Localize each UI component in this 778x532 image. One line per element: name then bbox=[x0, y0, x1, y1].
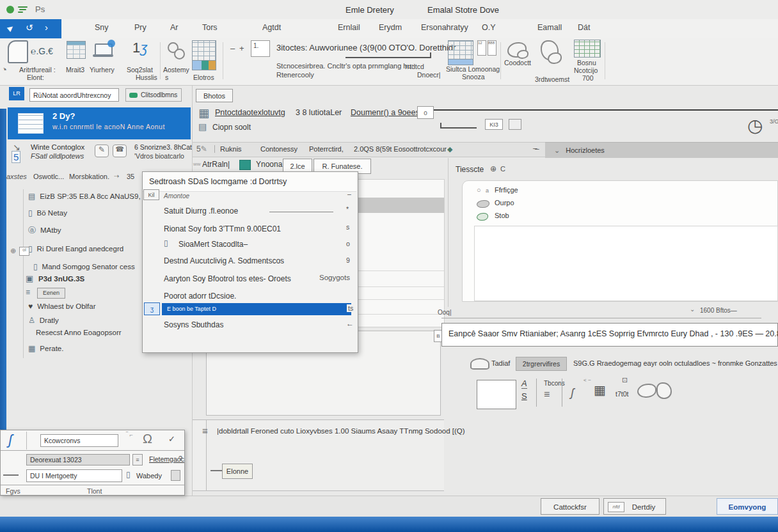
people-icon-2[interactable] bbox=[174, 49, 185, 59]
folder-item-0[interactable]: ▤EizB SP:35 E8.A 8cc ANaUS9, bbox=[28, 192, 141, 201]
menu-item-2[interactable]: Rionat Soy forb 3'TTmn 9.00EC01 bbox=[164, 224, 281, 233]
folder-item-9[interactable]: Resecst Anno Eoagopsorr bbox=[36, 329, 122, 336]
tab-tors[interactable]: Tors bbox=[202, 23, 218, 32]
folder-item-1[interactable]: ▯Bö Netay bbox=[28, 208, 67, 217]
check-icon[interactable]: ✓ bbox=[168, 434, 175, 444]
clock-icon[interactable]: ◷ bbox=[747, 115, 763, 136]
folder-item-5[interactable]: P3d 3nUG.3S bbox=[38, 275, 84, 283]
filter-rest[interactable]: 2.0QS 8(59t Eosoottrotcxcour bbox=[354, 145, 447, 153]
menu-item-1[interactable]: Satuit Diurrg .fl.eonoe bbox=[164, 207, 238, 215]
recipient-item-1[interactable]: Ourpo bbox=[495, 199, 514, 207]
undo-icon[interactable]: ↺ bbox=[26, 22, 33, 33]
schedule-grid-icon[interactable] bbox=[448, 40, 473, 59]
redo-icon[interactable]: › bbox=[45, 22, 48, 33]
ribbon-btn-bosnu[interactable]: Bosnu bbox=[577, 59, 596, 66]
tab-pry[interactable]: Pry bbox=[134, 23, 147, 32]
folder-item-6-button[interactable]: Eenen bbox=[37, 288, 65, 299]
copy-icon[interactable]: ▤ bbox=[198, 121, 207, 132]
pencil-icon[interactable]: ✎ bbox=[95, 145, 109, 157]
tab-sny[interactable]: Sny bbox=[95, 23, 109, 32]
folder-item-3[interactable]: ▯Ri Durel Eangd anedcegrd bbox=[28, 244, 123, 253]
minus-icon[interactable]: – bbox=[230, 43, 235, 53]
ribbon-btn-yiurhery[interactable]: Yiurhery bbox=[90, 66, 115, 74]
photos-tab[interactable]: Bhotos bbox=[196, 89, 233, 102]
cattockfsr-button[interactable]: Cattockfsr bbox=[541, 498, 599, 515]
signature-doodle-icon[interactable]: ʃ bbox=[571, 386, 574, 400]
grid-toolbar-icon[interactable]: ▦ bbox=[198, 106, 209, 120]
help-mark[interactable]: ? bbox=[179, 455, 182, 462]
row-2-box[interactable] bbox=[171, 470, 180, 481]
filter-poterrctird[interactable]: Poterrctird, bbox=[309, 145, 344, 153]
mail-list[interactable] bbox=[357, 179, 445, 327]
tab-ernlail[interactable]: Ernlail bbox=[338, 23, 360, 32]
filter-button[interactable]: Clitsodlbmns bbox=[125, 88, 182, 102]
folder-item-7[interactable]: ♥Whlaest bv Oblfar bbox=[28, 302, 96, 311]
insert-table-icon[interactable]: ▦ bbox=[594, 382, 606, 398]
filter-ruknis[interactable]: Ruknis bbox=[214, 145, 242, 153]
folder-item-8[interactable]: ♙Dratly bbox=[28, 316, 59, 325]
chip-atrraln[interactable]: AtrRaln| bbox=[202, 160, 230, 169]
eomvyong-button[interactable]: Eomvyong bbox=[717, 498, 778, 515]
trash-box-icon[interactable]: ⊡ bbox=[622, 376, 628, 384]
tab-eamall[interactable]: Eamall bbox=[537, 23, 562, 32]
tab-agtdt[interactable]: Agtdt bbox=[262, 23, 281, 32]
search-input[interactable]: RüNotat aoordUhtrexcnoy bbox=[29, 88, 119, 102]
tab-oy[interactable]: O.Y bbox=[482, 23, 496, 32]
k13-box[interactable]: KI3 bbox=[485, 119, 503, 130]
menu-item-4[interactable]: Destnd Aucutclivig A. Sodmentscos bbox=[164, 256, 284, 265]
from-chip[interactable]: 2trgrervifires bbox=[516, 357, 567, 371]
traffic-light-icon[interactable] bbox=[6, 6, 14, 13]
menu-item-3[interactable]: SioaMert Stacodlta– bbox=[179, 240, 248, 249]
phone-icon[interactable]: ☎ bbox=[113, 145, 127, 157]
radio-circle-icon[interactable]: ○ bbox=[477, 186, 481, 194]
tab-ersonahratyy[interactable]: Ersonahratyy bbox=[421, 23, 468, 32]
toolbar-small-button[interactable]: o bbox=[417, 106, 434, 119]
menu-item-7-highlighted[interactable]: E boon be Taptet D bbox=[162, 303, 351, 315]
mini-grid-icon-1[interactable]: 12 bbox=[477, 40, 486, 56]
ribbon-btn-soq2slat[interactable]: Soq2slat bbox=[127, 66, 153, 74]
folder-item-10[interactable]: ▦Perate. bbox=[28, 344, 63, 353]
doodle-icon-2[interactable] bbox=[656, 382, 672, 399]
recipient-item-0[interactable]: Ffrfiçge bbox=[495, 186, 518, 194]
menu-item-6[interactable]: Poorot adorr tDcsioe. bbox=[164, 292, 236, 301]
ribbon-btn-coodoctt[interactable]: Coodoctt bbox=[504, 59, 531, 66]
tab-ar[interactable]: Ar bbox=[170, 23, 179, 32]
notes-grid-icon[interactable] bbox=[574, 40, 601, 58]
ribbon-btn-3rdtwoemst[interactable]: 3rdtwoemst bbox=[535, 75, 569, 83]
find-field-1[interactable]: Deorexuat 13023 bbox=[26, 454, 130, 465]
one-figure-icon[interactable]: 1ʒ bbox=[132, 40, 147, 56]
pin-icon[interactable]: ▶ bbox=[6, 23, 15, 33]
align-lines-icon[interactable]: ≡ bbox=[544, 389, 550, 400]
recipient-item-2[interactable]: Stob bbox=[495, 212, 509, 219]
spreadsheet-icon[interactable] bbox=[67, 41, 86, 59]
ribbon-btn-elotros[interactable]: Elotros bbox=[193, 74, 214, 81]
menu-item-5[interactable]: Aaryton Soy Bfootrol tos etes- Oroets bbox=[164, 274, 291, 283]
field-1-button[interactable]: ≡ bbox=[132, 454, 143, 465]
ribbon-btn-aostemy[interactable]: Aostemy bbox=[163, 66, 189, 74]
font-style-a-icon[interactable]: A bbox=[521, 379, 527, 389]
find-field-2[interactable]: DU I Mertgoetty bbox=[26, 469, 122, 482]
elonne-button[interactable]: Elonne bbox=[222, 464, 253, 479]
computer-icon[interactable] bbox=[95, 43, 113, 56]
contact-row[interactable]: ↘ 5 Winte Contoglox FSatl olldlpotews ✎ … bbox=[8, 141, 191, 166]
tab-dat[interactable]: Dát bbox=[578, 23, 590, 32]
ribbon-col-label-b1[interactable]: Siultca Lomoonag bbox=[446, 65, 500, 73]
small-grey-box[interactable] bbox=[509, 119, 521, 130]
folder-item-2[interactable]: ⓐMAtby bbox=[28, 225, 61, 236]
table-color-icon[interactable] bbox=[192, 40, 216, 61]
new-mail-icon[interactable] bbox=[8, 40, 28, 63]
right-tab-hocrizloetes[interactable]: ⌄ Hocrizloetes bbox=[545, 142, 778, 158]
mini-grid-icon-2[interactable]: 888 bbox=[488, 40, 496, 56]
ribbon-btn-mrait3[interactable]: Mrait3 bbox=[66, 66, 84, 74]
font-style-s-icon[interactable]: S bbox=[521, 391, 527, 401]
subject-field[interactable]: Eanpcê Saaor Smv Rtianiaber; Asanrg 1cES… bbox=[441, 323, 778, 347]
address-box-icon[interactable]: 1. bbox=[251, 40, 270, 57]
tab-erydm[interactable]: Erydm bbox=[379, 23, 402, 32]
plus-icon[interactable]: + bbox=[239, 43, 244, 53]
applet-icon[interactable]: LR bbox=[9, 87, 24, 100]
find-input[interactable]: Kcowcronvs bbox=[40, 434, 118, 447]
dertdiy-button[interactable]: nfd Dertdiy bbox=[603, 498, 666, 515]
chip-green-icon[interactable] bbox=[239, 160, 251, 170]
filter-contonessy[interactable]: Contonessy bbox=[260, 145, 298, 153]
chip-ynoona[interactable]: Ynoona bbox=[256, 160, 282, 169]
